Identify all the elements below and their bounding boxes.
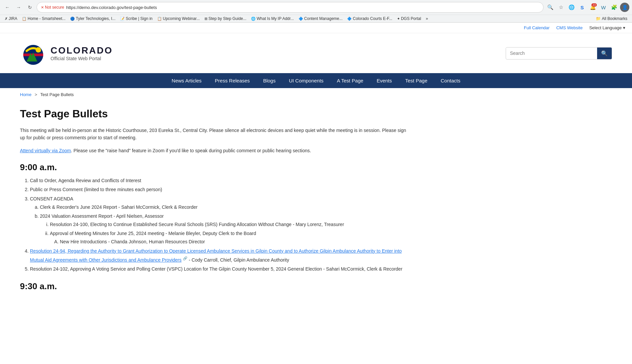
address-bar[interactable]: ✕ Not secure https://demo.dev.colorado.g…	[37, 2, 544, 13]
list-item: Resolution 24-94, Regarding the Authorit…	[30, 247, 412, 264]
not-secure-label: Not secure	[45, 5, 64, 10]
bookmark-cms[interactable]: 🔷 Content Manageme...	[297, 16, 344, 22]
step-favicon: ⊞	[204, 17, 207, 21]
scribe-favicon: 📝	[120, 17, 125, 21]
list-item: Clerk & Recorder's June 2024 Report - Sa…	[40, 203, 412, 211]
list-item: Resolution 24-100, Electing to Continue …	[50, 220, 412, 229]
site-name: COLORADO	[51, 45, 113, 56]
bookmark-jira[interactable]: ✗ JIRA	[3, 16, 19, 22]
breadcrumb: Home > Test Page Bullets	[0, 88, 632, 101]
nav-events[interactable]: Events	[370, 73, 399, 88]
full-calendar-link[interactable]: Full Calendar	[524, 25, 550, 30]
cms-favicon: 🔷	[299, 17, 303, 21]
browser-search-icon-btn[interactable]: 🔍	[546, 3, 555, 12]
sub-sub-sub-agenda-list: New Hire Introductions - Chanda Johnson,…	[60, 238, 412, 246]
back-button[interactable]: ←	[3, 3, 12, 12]
search-button[interactable]: 🔍	[597, 48, 612, 59]
scribe-extension-btn[interactable]: S	[577, 3, 587, 12]
attend-zoom-link[interactable]: Attend virtually via Zoom	[20, 148, 71, 153]
list-item: Public or Press Comment (limited to thre…	[30, 185, 412, 194]
extensions-btn[interactable]: 🧩	[609, 3, 619, 12]
forward-button[interactable]: →	[14, 3, 23, 12]
list-item: New Hire Introductions - Chanda Johnson,…	[60, 238, 412, 246]
breadcrumb-current: Test Page Bullets	[40, 92, 73, 97]
refresh-button[interactable]: ↻	[25, 3, 35, 12]
agenda-list: Call to Order, Agenda Review and Conflic…	[30, 177, 412, 273]
ext-link-icon: 🔗	[183, 256, 188, 260]
security-badge: ✕ Not secure	[41, 5, 64, 10]
list-item: Call to Order, Agenda Review and Conflic…	[30, 177, 412, 185]
nav-blogs[interactable]: Blogs	[256, 73, 282, 88]
bookmark-dgs[interactable]: ✦ DGS Portal	[395, 16, 423, 22]
wordpress-btn[interactable]: W	[599, 3, 608, 12]
list-item: 2024 Valuation Assessment Report - April…	[40, 212, 412, 246]
bookmarks-bar: ✗ JIRA 📋 Home - Smartsheet... 🔵 Tyler Te…	[0, 15, 632, 22]
bookmark-step-by-step[interactable]: ⊞ Step by Step Guide...	[202, 16, 248, 22]
bookmark-star-btn[interactable]: ☆	[556, 3, 566, 12]
breadcrumb-separator: >	[35, 92, 37, 97]
sub-agenda-list: Clerk & Recorder's June 2024 Report - Sa…	[40, 203, 412, 246]
site-tagline: Official State Web Portal	[51, 56, 113, 61]
browser-toolbar: ← → ↻ ✕ Not secure https://demo.dev.colo…	[0, 0, 632, 15]
jira-favicon: ✗	[5, 17, 8, 21]
main-content: Test Page Bullets This meeting will be h…	[0, 101, 432, 309]
browser-chrome: ← → ↻ ✕ Not secure https://demo.dev.colo…	[0, 0, 632, 23]
sub-sub-agenda-list: Resolution 24-100, Electing to Continue …	[50, 220, 412, 246]
main-navigation: News Articles Press Releases Blogs UI Co…	[0, 73, 632, 88]
bookmark-tyler[interactable]: 🔵 Tyler Technologies, I...	[68, 16, 117, 22]
chevron-down-icon: ▾	[623, 25, 625, 30]
list-item: Resolution 24-102, Approving A Voting Se…	[30, 265, 412, 273]
site-header: COLORADO Official State Web Portal 🔍	[0, 33, 632, 73]
profile-btn[interactable]: 👤	[620, 3, 629, 12]
url-display: https://demo.dev.colorado.gov/test-page-…	[66, 5, 157, 10]
nav-contacts[interactable]: Contacts	[434, 73, 467, 88]
list-item: CONSENT AGENDA Clerk & Recorder's June 2…	[30, 195, 412, 246]
notification-btn[interactable]: 🔔23	[588, 3, 597, 12]
webinar-favicon: 📋	[157, 17, 162, 21]
cms-website-link[interactable]: CMS Website	[556, 25, 582, 30]
ip-favicon: 🌐	[251, 17, 256, 21]
bookmark-smartsheet[interactable]: 📋 Home - Smartsheet...	[20, 16, 67, 22]
dgs-favicon: ✦	[397, 17, 400, 21]
bookmark-scribe[interactable]: 📝 Scribe | Sign in	[118, 16, 155, 22]
colorado-logo-icon	[20, 40, 47, 66]
logo-text: COLORADO Official State Web Portal	[51, 45, 113, 61]
smartsheet-favicon: 📋	[22, 17, 27, 21]
site-logo[interactable]: COLORADO Official State Web Portal	[20, 40, 113, 66]
browser-extension-btn[interactable]: 🌐	[567, 3, 576, 12]
nav-test-page[interactable]: Test Page	[399, 73, 434, 88]
lock-icon: ✕	[41, 5, 44, 10]
intro-paragraph-2: Attend virtually via Zoom. Please use th…	[20, 147, 412, 154]
search-input[interactable]	[506, 48, 597, 59]
browser-action-icons: 🔍 ☆ 🌐 S 🔔23 W 🧩 👤	[546, 3, 629, 12]
nav-press-releases[interactable]: Press Releases	[208, 73, 256, 88]
breadcrumb-home[interactable]: Home	[20, 92, 32, 97]
nav-a-test-page[interactable]: A Test Page	[330, 73, 370, 88]
bookmark-webinar[interactable]: 📋 Upcoming Webinar...	[155, 16, 202, 22]
nav-ui-components[interactable]: UI Components	[282, 73, 330, 88]
bookmark-all-bookmarks[interactable]: 📁 All Bookmarks	[594, 16, 629, 22]
search-box: 🔍	[506, 47, 612, 60]
section-time-2: 9:30 a.m.	[20, 281, 412, 292]
site-top-bar: Full Calendar CMS Website Select Languag…	[0, 23, 632, 33]
courts-favicon: 🔷	[347, 17, 352, 21]
bookmark-more[interactable]: »	[424, 16, 430, 22]
language-select[interactable]: Select Language ▾	[589, 25, 625, 30]
section-time-1: 9:00 a.m.	[20, 162, 412, 173]
language-select-label: Select Language	[589, 25, 622, 30]
bookmarks-folder-icon: 📁	[596, 16, 601, 21]
bookmark-courts[interactable]: 🔷 Colorado Courts E-F...	[345, 16, 394, 22]
intro-paragraph-1: This meeting will be held in-person at t…	[20, 127, 412, 142]
nav-news-articles[interactable]: News Articles	[165, 73, 208, 88]
page-title: Test Page Bullets	[20, 108, 412, 120]
bookmark-ip[interactable]: 🌐 What Is My IP Addr...	[249, 16, 296, 22]
list-item: Approval of Meeting Minutes for June 25,…	[50, 229, 412, 246]
tyler-favicon: 🔵	[70, 17, 75, 21]
svg-point-3	[36, 47, 41, 53]
